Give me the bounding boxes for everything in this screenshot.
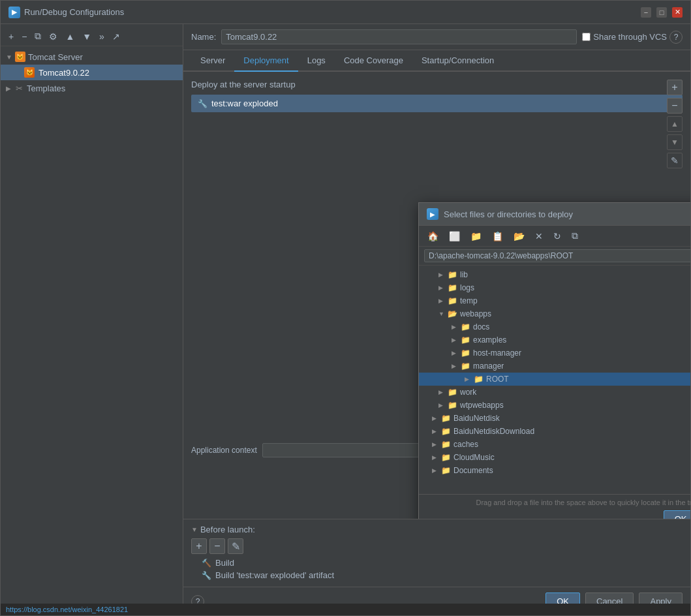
tree-item-lib[interactable]: ▶ 📁 lib xyxy=(419,268,690,281)
file-tree[interactable]: ▶ 📁 lib ▶ 📁 logs ▶ 📁 xyxy=(419,266,690,494)
expand-all-button[interactable]: ⧉ xyxy=(568,228,581,243)
tree-item-baidunetdisk[interactable]: ▶ 📁 BaiduNetdisk xyxy=(419,412,690,425)
edit-launch-button[interactable]: ✎ xyxy=(228,538,243,554)
templates-section-icon: ✂ xyxy=(14,83,24,93)
folder-logs-icon: 📁 xyxy=(448,283,457,292)
file-dialog-ok-button[interactable]: OK xyxy=(664,510,690,519)
launch-item-build[interactable]: 🔨 Build xyxy=(202,557,683,569)
run-debug-dialog: ▶ Run/Debug Configurations − □ ✕ + − ⧉ ⚙… xyxy=(0,0,691,616)
maximize-button[interactable]: □ xyxy=(656,7,667,18)
remove-artifact-button[interactable]: − xyxy=(667,98,683,114)
share-vcs-checkbox[interactable] xyxy=(582,33,591,41)
up-config-button[interactable]: ▲ xyxy=(63,30,77,43)
file-dialog-buttons: OK Cancel xyxy=(424,510,690,519)
up-artifact-button[interactable]: ▲ xyxy=(667,116,683,132)
delete-button[interactable]: ✕ xyxy=(532,229,546,243)
tree-item-lib-label: lib xyxy=(460,270,468,279)
dialog-title: Run/Debug Configurations xyxy=(24,7,124,17)
tree-item-baidunetdisk-label: BaiduNetdisk xyxy=(453,414,500,423)
build-icon: 🔨 xyxy=(202,559,211,568)
open-config-button[interactable]: ↗ xyxy=(110,30,123,43)
artifact-name: test:war exploded xyxy=(211,99,278,108)
tree-item-manager-label: manager xyxy=(473,362,504,371)
help-button-name[interactable]: ? xyxy=(669,31,683,44)
path-input[interactable] xyxy=(424,249,690,262)
tomcat9-icon: 🐱 xyxy=(24,67,35,78)
add-launch-button[interactable]: + xyxy=(191,538,207,554)
tab-deployment[interactable]: Deployment xyxy=(234,50,298,72)
settings-config-button[interactable]: ⚙ xyxy=(46,30,60,43)
tree-item-baidunetdiskdownload[interactable]: ▶ 📁 BaiduNetdiskDownload xyxy=(419,425,690,438)
minimize-button[interactable]: − xyxy=(641,7,651,18)
launch-toolbar: + − ✎ xyxy=(191,538,683,554)
path-bar: ⬇ xyxy=(419,247,690,266)
drag-hint: Drag and drop a file into the space abov… xyxy=(424,499,690,506)
tree-item-wtpwebapps[interactable]: ▶ 📁 wtpwebapps xyxy=(419,399,690,412)
tab-logs[interactable]: Logs xyxy=(298,50,335,72)
tree-item-caches[interactable]: ▶ 📁 caches xyxy=(419,438,690,451)
tree-item-cloudmusic[interactable]: ▶ 📁 CloudMusic xyxy=(419,451,690,464)
tab-server[interactable]: Server xyxy=(191,50,234,72)
artifact-row[interactable]: 🔧 test:war exploded xyxy=(191,95,683,112)
name-input[interactable] xyxy=(221,29,577,44)
tree-item-logs[interactable]: ▶ 📁 logs xyxy=(419,281,690,294)
tree-item-manager[interactable]: ▶ 📁 manager xyxy=(419,360,690,373)
folder-host-manager-icon: 📁 xyxy=(461,348,470,358)
folder-baidunetdiskdownload-icon: 📁 xyxy=(441,427,451,436)
sidebar-item-tomcat9[interactable]: 🐱 Tomcat9.0.22 xyxy=(1,65,183,80)
folder-lib-icon: 📁 xyxy=(448,270,457,279)
launch-item-build-artifact-label: Build 'test:war exploded' artifact xyxy=(215,570,334,580)
folder-root-icon: 📁 xyxy=(474,375,484,384)
file-dialog-title-text: Select files or directories to deploy xyxy=(444,209,573,219)
copy-button[interactable]: 📋 xyxy=(489,229,506,243)
close-button[interactable]: ✕ xyxy=(672,7,683,18)
tab-startup[interactable]: Startup/Connection xyxy=(412,50,503,72)
sidebar-templates-section[interactable]: ▶ ✂ Templates xyxy=(1,80,183,96)
down-config-button[interactable]: ▼ xyxy=(80,30,94,43)
file-new-button[interactable]: ⬜ xyxy=(446,229,463,243)
edit-artifact-button[interactable]: ✎ xyxy=(667,153,683,168)
down-artifact-button[interactable]: ▼ xyxy=(667,134,683,150)
sidebar-tomcat-server-section[interactable]: ▼ 🐱 Tomcat Server xyxy=(1,49,183,65)
application-context-label: Application context xyxy=(191,446,257,455)
folder-documents-icon: 📁 xyxy=(441,466,451,475)
tree-item-documents[interactable]: ▶ 📁 Documents xyxy=(419,464,690,477)
folder-button[interactable]: 📁 xyxy=(467,229,485,243)
tree-item-logs-label: logs xyxy=(460,283,474,292)
tree-item-documents-label: Documents xyxy=(453,466,493,475)
before-launch-label: Before launch: xyxy=(200,525,255,534)
file-dialog-title-bar: ▶ Select files or directories to deploy … xyxy=(419,203,690,226)
before-launch-section: ▼ Before launch: + − ✎ 🔨 Build 🔧 Build '… xyxy=(183,519,690,587)
refresh-button[interactable]: ↻ xyxy=(550,229,564,243)
remove-config-button[interactable]: − xyxy=(19,30,29,43)
tree-item-work[interactable]: ▶ 📁 work xyxy=(419,386,690,399)
folder-examples-icon: 📁 xyxy=(461,335,470,345)
tree-item-examples[interactable]: ▶ 📁 examples xyxy=(419,333,690,346)
more-config-button[interactable]: » xyxy=(97,30,107,43)
tree-item-webapps-label: webapps xyxy=(460,309,491,318)
sidebar-templates-label: Templates xyxy=(27,84,65,93)
copy-config-button[interactable]: ⧉ xyxy=(32,29,44,43)
folder-docs-icon: 📁 xyxy=(461,322,470,331)
add-artifact-button[interactable]: + xyxy=(667,80,683,95)
home-button[interactable]: 🏠 xyxy=(424,229,442,243)
folder-manager-icon: 📁 xyxy=(461,362,470,371)
remove-launch-button[interactable]: − xyxy=(209,538,225,554)
file-dialog-toolbar: 🏠 ⬜ 📁 📋 📂 ✕ ↻ ⧉ Hide path xyxy=(419,226,690,247)
tab-coverage[interactable]: Code Coverage xyxy=(335,50,412,72)
name-bar: Name: Share through VCS ? xyxy=(183,24,690,50)
file-browser-dialog: ▶ Select files or directories to deploy … xyxy=(418,202,690,519)
add-config-button[interactable]: + xyxy=(6,30,16,43)
launch-item-build-artifact[interactable]: 🔧 Build 'test:war exploded' artifact xyxy=(202,569,683,581)
folder-temp-icon: 📁 xyxy=(448,296,457,305)
tree-item-docs-label: docs xyxy=(473,322,489,331)
file-dialog-footer: Drag and drop a file into the space abov… xyxy=(419,494,690,519)
tree-item-docs[interactable]: ▶ 📁 docs xyxy=(419,320,690,333)
before-launch-header: ▼ Before launch: xyxy=(191,525,683,534)
tree-item-temp[interactable]: ▶ 📁 temp xyxy=(419,294,690,307)
new-folder-button[interactable]: 📂 xyxy=(510,229,528,243)
tree-item-root[interactable]: ▶ 📁 ROOT xyxy=(419,373,690,386)
tree-item-host-manager[interactable]: ▶ 📁 host-manager xyxy=(419,346,690,360)
tree-item-webapps[interactable]: ▼ 📂 webapps xyxy=(419,307,690,320)
title-bar: ▶ Run/Debug Configurations − □ ✕ xyxy=(1,1,690,24)
